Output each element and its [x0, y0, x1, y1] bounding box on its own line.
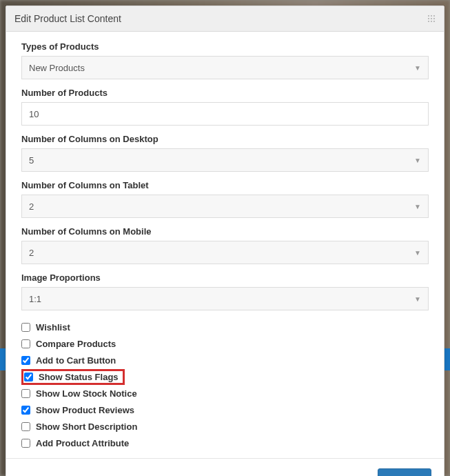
- chevron-down-icon: ▼: [414, 249, 421, 257]
- chevron-down-icon: ▼: [414, 203, 421, 210]
- label-add-to-cart[interactable]: Add to Cart Button: [36, 355, 116, 366]
- field-image-proportions: Image Proportions 1:1 ▼: [21, 272, 429, 310]
- checkbox-add-to-cart[interactable]: [21, 356, 30, 365]
- select-cols-desktop[interactable]: 5 ▼: [21, 148, 429, 172]
- label-cols-tablet: Number of Columns on Tablet: [21, 180, 429, 190]
- field-cols-desktop: Number of Columns on Desktop 5 ▼: [21, 134, 429, 172]
- select-cols-tablet[interactable]: 2 ▼: [21, 195, 429, 218]
- checkbox-row-add-to-cart: Add to Cart Button: [21, 352, 429, 368]
- label-cols-desktop: Number of Columns on Desktop: [21, 134, 429, 144]
- label-add-attr[interactable]: Add Product Attribute: [36, 438, 129, 448]
- highlight-status-flags: Show Status Flags: [21, 369, 125, 385]
- label-status-flags[interactable]: Show Status Flags: [39, 372, 119, 382]
- checkbox-wishlist[interactable]: [21, 323, 30, 332]
- chevron-down-icon: ▼: [414, 64, 421, 72]
- label-short-desc[interactable]: Show Short Description: [36, 422, 137, 432]
- checkbox-row-wishlist: Wishlist: [21, 319, 429, 335]
- modal-title: Edit Product List Content: [14, 13, 121, 24]
- select-value: 2: [29, 248, 34, 258]
- modal-footer: Cancel Submit: [6, 458, 444, 476]
- field-number-of-products: Number of Products 10: [21, 88, 429, 126]
- select-value: New Products: [29, 63, 85, 73]
- chevron-down-icon: ▼: [414, 295, 421, 303]
- input-value: 10: [29, 109, 39, 119]
- field-cols-mobile: Number of Columns on Mobile 2 ▼: [21, 226, 429, 264]
- checkbox-row-short-desc: Show Short Description: [21, 418, 429, 435]
- select-value: 1:1: [29, 294, 41, 304]
- label-reviews[interactable]: Show Product Reviews: [36, 405, 134, 415]
- edit-product-list-modal: Edit Product List Content Types of Produ…: [6, 6, 444, 476]
- label-image-proportions: Image Proportions: [21, 272, 429, 283]
- select-image-proportions[interactable]: 1:1 ▼: [21, 287, 429, 310]
- label-number-of-products: Number of Products: [21, 88, 429, 98]
- label-low-stock[interactable]: Show Low Stock Notice: [36, 388, 137, 399]
- label-cols-mobile: Number of Columns on Mobile: [21, 226, 429, 237]
- checkbox-low-stock[interactable]: [21, 389, 30, 398]
- checkbox-add-attr[interactable]: [21, 439, 30, 448]
- checkbox-row-reviews: Show Product Reviews: [21, 401, 429, 418]
- label-types-of-products: Types of Products: [21, 41, 429, 52]
- input-number-of-products[interactable]: 10: [21, 102, 429, 126]
- checkbox-row-status-flags: Show Status Flags: [21, 368, 429, 385]
- checkbox-reviews[interactable]: [21, 406, 30, 415]
- checkbox-row-compare: Compare Products: [21, 335, 429, 352]
- modal-body: Types of Products New Products ▼ Number …: [6, 32, 444, 458]
- select-value: 5: [29, 155, 34, 166]
- label-compare[interactable]: Compare Products: [36, 339, 116, 349]
- select-value: 2: [29, 201, 34, 212]
- submit-button[interactable]: Submit: [378, 468, 431, 476]
- checkbox-short-desc[interactable]: [21, 422, 30, 431]
- checkbox-row-low-stock: Show Low Stock Notice: [21, 385, 429, 401]
- drag-handle-icon[interactable]: [427, 14, 436, 23]
- select-types-of-products[interactable]: New Products ▼: [21, 56, 429, 79]
- cancel-button[interactable]: Cancel: [323, 469, 373, 476]
- chevron-down-icon: ▼: [414, 157, 421, 164]
- select-cols-mobile[interactable]: 2 ▼: [21, 241, 429, 264]
- field-types-of-products: Types of Products New Products ▼: [21, 41, 429, 79]
- checkbox-compare[interactable]: [21, 339, 30, 348]
- field-cols-tablet: Number of Columns on Tablet 2 ▼: [21, 180, 429, 218]
- label-wishlist[interactable]: Wishlist: [36, 322, 70, 333]
- checkbox-status-flags[interactable]: [24, 373, 33, 381]
- checkbox-row-add-attr: Add Product Attribute: [21, 435, 429, 451]
- modal-header: Edit Product List Content: [6, 6, 444, 32]
